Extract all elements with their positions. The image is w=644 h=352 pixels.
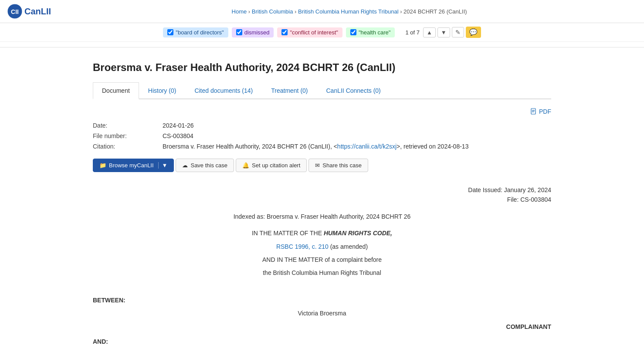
tab-cited-documents[interactable]: Cited documents (14) (185, 82, 262, 98)
document-body: Date Issued: January 26, 2024 File: CS-0… (93, 185, 551, 352)
tabs: Document History (0) Cited documents (14… (93, 82, 551, 99)
share-label: Share this case (322, 162, 362, 169)
tab-history[interactable]: History (0) (139, 82, 186, 98)
doc-matter-and: AND IN THE MATTER of a complaint before (93, 255, 551, 264)
metadata: Date: 2024-01-26 File number: CS-003804 … (93, 122, 551, 150)
top-bar: CII CanLII Home › British Columbia › Bri… (0, 0, 644, 23)
matter-link[interactable]: RSBC 1996, c. 210 (276, 243, 329, 250)
save-label: Save this case (190, 162, 227, 169)
comment-icon[interactable]: 💬 (466, 27, 481, 38)
tag-conflict-checkbox[interactable] (281, 29, 288, 35)
tag-dismissed[interactable]: dismissed (232, 27, 274, 37)
file-value: CS-003804 (163, 132, 193, 139)
citation-label: Citation: (93, 143, 163, 150)
tag-board-of-directors[interactable]: "board of directors" (163, 27, 228, 37)
citation-alert-button[interactable]: 🔔 Set up citation alert (236, 159, 307, 172)
matter-prefix: IN THE MATTER OF THE (252, 230, 324, 237)
prev-button[interactable]: ▲ (423, 27, 436, 37)
canlii-logo[interactable]: CII CanLII (7, 3, 51, 19)
main-content: Broersma v. Fraser Health Authority, 202… (82, 53, 562, 352)
share-icon: ✉ (315, 162, 320, 169)
browse-mycanlii-button[interactable]: 📁 Browse myCanLII ▼ (93, 159, 174, 172)
date-label: Date: (93, 122, 163, 129)
search-tags-row: "board of directors" dismissed "conflict… (0, 23, 644, 42)
folder-icon: 📁 (99, 162, 106, 169)
dropdown-arrow-icon: ▼ (158, 162, 168, 169)
action-buttons: 📁 Browse myCanLII ▼ ☁ Save this case 🔔 S… (93, 159, 551, 172)
doc-matter-tribunal: the British Columbia Human Rights Tribun… (93, 268, 551, 278)
save-icon: ☁ (182, 162, 188, 169)
breadcrumb: Home › British Columbia › British Columb… (61, 8, 637, 15)
doc-respondent-name: Fraser Health Authority (Abbotsford Regi… (93, 350, 551, 352)
alert-label: Set up citation alert (252, 162, 300, 169)
breadcrumb-bc[interactable]: British Columbia (252, 8, 293, 15)
pdf-link[interactable]: PDF (530, 108, 551, 115)
doc-date-issued: Date Issued: January 26, 2024 File: CS-0… (93, 185, 551, 205)
meta-date-row: Date: 2024-01-26 (93, 122, 551, 129)
meta-citation-row: Citation: Broersma v. Fraser Health Auth… (93, 143, 551, 150)
citation-prefix: Broersma v. Fraser Health Authority, 202… (163, 143, 337, 150)
doc-complainant-label: COMPLAINANT (93, 322, 551, 332)
doc-between: BETWEEN: (93, 295, 551, 305)
pagination-text: 1 of 7 (405, 29, 420, 36)
tag-conflict-label: "conflict of interest" (290, 29, 338, 36)
tag-board-label: "board of directors" (176, 29, 224, 36)
pdf-label: PDF (539, 108, 551, 115)
tag-health-care[interactable]: "health care" (346, 27, 395, 37)
doc-complainant-name: Victoria Broersma (93, 308, 551, 318)
file-label: File number: (93, 132, 163, 139)
tag-health-label: "health care" (359, 29, 391, 36)
doc-and: AND: (93, 337, 551, 346)
next-button[interactable]: ▼ (437, 27, 450, 37)
tab-document[interactable]: Document (93, 82, 139, 99)
tag-conflict-of-interest[interactable]: "conflict of interest" (277, 27, 342, 37)
breadcrumb-tribunal[interactable]: British Columbia Human Rights Tribunal (298, 8, 398, 15)
tag-health-checkbox[interactable] (350, 29, 356, 35)
doc-indexed-as: Indexed as: Broersma v. Fraser Health Au… (93, 212, 551, 221)
breadcrumb-current: 2024 BCHRT 26 (CanLII) (403, 8, 467, 15)
tab-canlii-connects[interactable]: CanLII Connects (0) (317, 82, 390, 98)
tag-board-checkbox[interactable] (167, 29, 173, 35)
pagination-controls: 1 of 7 ▲ ▼ ✎ 💬 (405, 27, 481, 38)
matter-law: HUMAN RIGHTS CODE, (324, 230, 392, 237)
tag-dismissed-checkbox[interactable] (236, 29, 242, 35)
meta-file-row: File number: CS-003804 (93, 132, 551, 139)
matter-suffix: (as amended) (329, 243, 368, 250)
save-case-button[interactable]: ☁ Save this case (176, 159, 234, 172)
pdf-icon (530, 108, 537, 115)
citation-suffix: >, retrieved on 2024-08-13 (397, 143, 468, 150)
share-case-button[interactable]: ✉ Share this case (308, 159, 368, 172)
alert-icon: 🔔 (242, 162, 249, 169)
tag-dismissed-label: dismissed (244, 29, 270, 36)
edit-icon[interactable]: ✎ (452, 27, 464, 37)
citation-link[interactable]: https://canlii.ca/t/k2sxj (337, 143, 397, 150)
tab-treatment[interactable]: Treatment (0) (262, 82, 317, 98)
breadcrumb-home[interactable]: Home (232, 8, 247, 15)
doc-matter-line1: IN THE MATTER OF THE HUMAN RIGHTS CODE, (93, 228, 551, 238)
doc-matter-line2: RSBC 1996, c. 210 (as amended) (93, 242, 551, 251)
browse-label: Browse myCanLII (109, 162, 154, 169)
case-title: Broersma v. Fraser Health Authority, 202… (93, 61, 551, 74)
citation-value: Broersma v. Fraser Health Authority, 202… (163, 143, 468, 150)
svg-text:CII: CII (11, 8, 19, 15)
date-value: 2024-01-26 (163, 122, 194, 129)
